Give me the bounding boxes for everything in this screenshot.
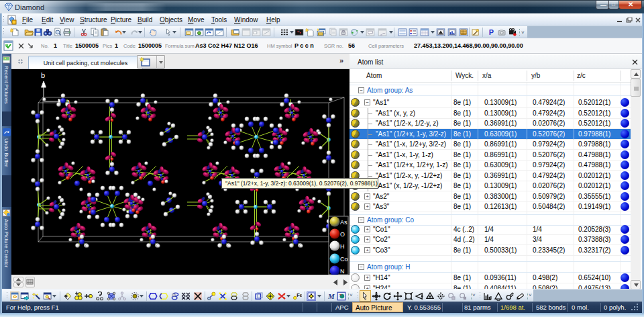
svg-text:Co: Co xyxy=(340,256,348,263)
svg-text:Fe: Fe xyxy=(297,292,302,298)
svg-text:b: b xyxy=(41,71,45,79)
svg-text:H: H xyxy=(340,243,345,250)
svg-text:M: M xyxy=(327,292,335,300)
svg-text:N: N xyxy=(340,268,345,275)
svg-text:P: P xyxy=(489,28,494,36)
svg-text:As: As xyxy=(340,219,347,226)
svg-text:O: O xyxy=(340,231,345,238)
